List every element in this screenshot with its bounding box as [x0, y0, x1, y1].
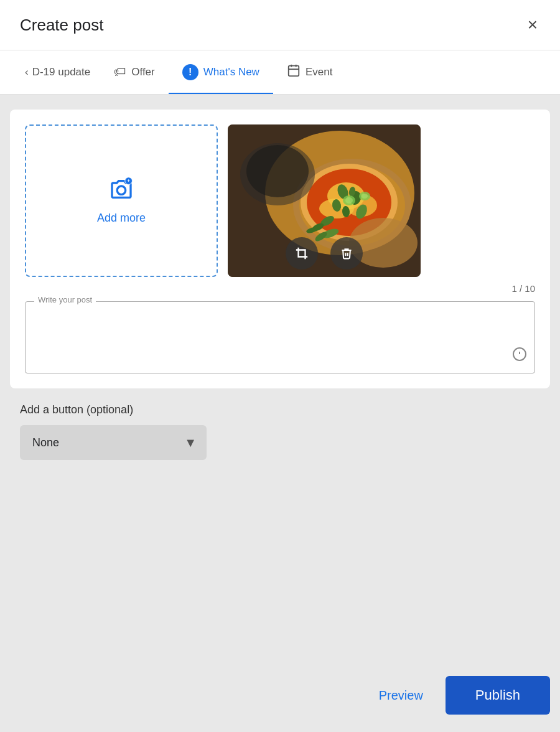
post-text-legend: Write your post — [34, 295, 96, 304]
tab-whats-new-label: What's New — [203, 66, 259, 78]
crop-button[interactable] — [286, 237, 318, 270]
image-preview — [228, 124, 421, 277]
back-chevron-icon: ‹ — [25, 66, 29, 78]
post-text-wrapper: Write your post — [25, 301, 535, 373]
info-icon[interactable] — [512, 347, 527, 365]
image-counter: 1 / 10 — [25, 283, 535, 294]
dropdown-wrapper: None Book Order online Buy Learn more Si… — [20, 425, 207, 460]
svg-text:+: + — [127, 178, 130, 184]
image-overlay-buttons — [286, 237, 363, 270]
svg-point-32 — [246, 145, 309, 197]
tab-event[interactable]: Event — [273, 51, 346, 95]
post-text-section: Write your post — [25, 301, 535, 373]
tab-offer-label: Offer — [131, 66, 154, 78]
tab-back[interactable]: ‹ D-19 update — [15, 54, 100, 91]
action-bar: Preview Publish — [0, 659, 560, 732]
delete-button[interactable] — [330, 237, 363, 270]
tab-event-label: Event — [306, 66, 332, 78]
dialog-header: Create post × — [0, 0, 560, 50]
tabs-bar: ‹ D-19 update 🏷 Offer ! What's New Event — [0, 50, 560, 95]
content-area: + Add more — [0, 95, 560, 659]
tab-offer[interactable]: 🏷 Offer — [100, 52, 168, 93]
tab-whats-new[interactable]: ! What's New — [169, 52, 273, 95]
whats-new-icon: ! — [182, 64, 198, 80]
event-icon — [287, 63, 301, 80]
close-button[interactable]: × — [525, 14, 540, 36]
button-type-select[interactable]: None Book Order online Buy Learn more Si… — [20, 425, 207, 460]
image-section: + Add more — [25, 124, 535, 277]
offer-icon: 🏷 — [114, 65, 126, 79]
add-more-label: Add more — [97, 212, 146, 225]
add-more-box[interactable]: + Add more — [25, 124, 218, 277]
optional-label: Add a button (optional) — [20, 403, 540, 416]
svg-rect-0 — [289, 66, 299, 77]
svg-point-25 — [362, 194, 368, 199]
post-textarea[interactable] — [26, 302, 534, 370]
publish-button[interactable]: Publish — [446, 676, 550, 715]
preview-button[interactable]: Preview — [369, 682, 433, 709]
add-photo-icon: + — [106, 177, 136, 204]
back-tab-label: D-19 update — [32, 66, 91, 78]
svg-point-23 — [345, 197, 353, 204]
button-section: Add a button (optional) None Book Order … — [10, 403, 550, 460]
dialog-title: Create post — [20, 16, 103, 35]
post-card: + Add more — [10, 110, 550, 388]
